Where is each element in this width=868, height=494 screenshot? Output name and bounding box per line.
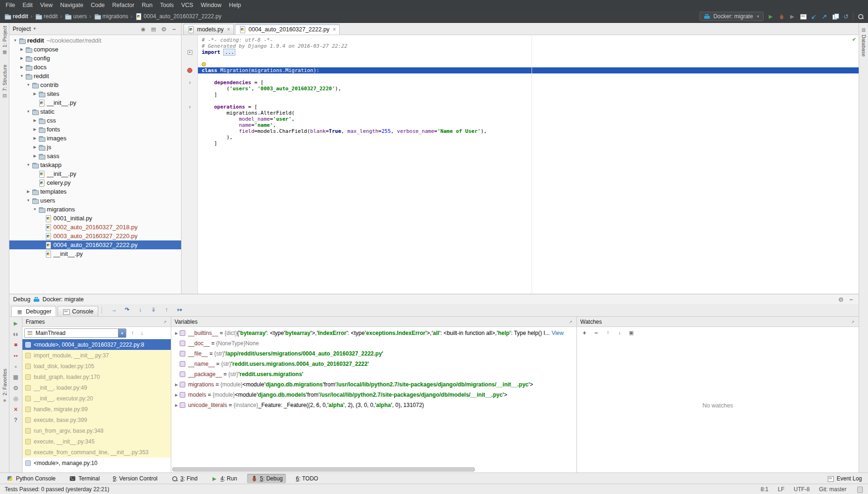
tree-item-init-py[interactable]: __init__.py [9, 98, 181, 107]
editor-gutter[interactable] [182, 122, 198, 128]
move-down-icon[interactable] [616, 329, 623, 336]
settings-icon[interactable] [160, 25, 168, 33]
vcs-commit-icon[interactable] [821, 13, 828, 20]
variable-row[interactable]: ▶migrations = {module}<module 'django.db… [171, 379, 576, 390]
chevron-expanded-icon[interactable]: ▼ [25, 163, 31, 167]
editor-gutter[interactable] [182, 98, 198, 104]
tree-item-0002-auto-20160327-2018-py[interactable]: 0002_auto_20160327_2018.py [9, 223, 181, 232]
chevron-collapsed-icon[interactable]: ▶ [173, 393, 180, 397]
gutter-arrow-icon[interactable]: ↑ [188, 80, 191, 86]
step-into-icon[interactable] [137, 306, 144, 313]
chevron-expanded-icon[interactable]: ▼ [25, 109, 31, 114]
hide-icon[interactable] [170, 25, 178, 33]
editor-gutter[interactable] [182, 128, 198, 134]
float-panel-icon[interactable] [162, 319, 168, 324]
stack-frame[interactable]: load_disk, loader.py:105 [22, 361, 171, 371]
chevron-expanded-icon[interactable]: ▼ [25, 198, 31, 203]
tree-item-templates[interactable]: ▶templates [9, 187, 181, 196]
code-editor[interactable]: # -*- coding: utf-8 -*-# Generated by Dj… [182, 35, 859, 294]
restore-layout-icon[interactable] [12, 373, 20, 381]
stack-frame[interactable]: execute_from_command_line, __init__.py:3… [22, 447, 171, 458]
toolwindow-4-run[interactable]: 4: Run [207, 474, 240, 483]
tree-item-init-py[interactable]: __init__.py [9, 249, 181, 258]
editor-gutter[interactable] [182, 67, 198, 73]
menu-view[interactable]: View [36, 1, 57, 9]
status-lf[interactable]: LF [778, 486, 784, 493]
tree-item-docs[interactable]: ▶docs [9, 63, 181, 72]
editor-gutter[interactable] [182, 134, 198, 140]
breadcrumb-reddit[interactable]: reddit [35, 13, 58, 20]
editor-gutter[interactable] [182, 73, 198, 80]
status-utf-8[interactable]: UTF-8 [794, 486, 810, 493]
history-icon[interactable] [842, 13, 850, 20]
stack-frame[interactable]: <module>, manage.py:10 [22, 458, 171, 468]
locate-icon[interactable] [139, 25, 147, 33]
menu-run[interactable]: Run [138, 1, 156, 9]
breadcrumb-reddit[interactable]: reddit [4, 13, 28, 20]
variable-row[interactable]: __name__ = {str}'reddit.users.migrations… [171, 359, 576, 369]
editor-tab-models-py[interactable]: models.py× [183, 24, 234, 35]
remove-icon[interactable] [592, 329, 600, 336]
chevron-collapsed-icon[interactable]: ▶ [25, 189, 31, 194]
view-link[interactable]: View [552, 330, 564, 336]
breadcrumb-users[interactable]: users [64, 13, 87, 20]
chevron-expanded-icon[interactable]: ▼ [25, 83, 31, 87]
variable-row[interactable]: __doc__ = {NoneType}None [171, 338, 576, 349]
variable-row[interactable]: ▶__builtins__ = {dict}{'bytearray': <typ… [171, 328, 576, 338]
add-icon[interactable] [581, 329, 588, 336]
stack-frame[interactable]: execute, __init__.py:345 [22, 436, 171, 447]
settings-icon[interactable] [12, 384, 20, 392]
tree-item-images[interactable]: ▶images [9, 134, 181, 143]
chevron-collapsed-icon[interactable]: ▶ [32, 145, 38, 149]
editor-gutter[interactable] [182, 92, 198, 98]
editor-gutter[interactable] [182, 37, 198, 43]
chevron-collapsed-icon[interactable]: ▶ [32, 127, 38, 131]
tree-item-init-py[interactable]: __init__.py [9, 169, 181, 178]
chevron-collapsed-icon[interactable]: ▶ [32, 92, 38, 96]
run-to-cursor-icon[interactable] [176, 306, 183, 313]
stack-frame[interactable]: __init__, loader.py:49 [22, 382, 171, 393]
tree-item-contrib[interactable]: ▼contrib [9, 80, 181, 89]
tree-item-0004-auto-20160327-2222-py[interactable]: 0004_auto_20160327_2222.py [9, 240, 181, 249]
variable-row[interactable]: ▶unicode_literals = {instance} _Feature:… [171, 400, 576, 410]
debug-tab-debugger[interactable]: Debugger [11, 306, 56, 316]
menu-vcs[interactable]: VCS [177, 1, 197, 9]
horizontal-scrollbar[interactable] [172, 467, 576, 472]
stack-frame[interactable]: __init__, executor.py:20 [22, 393, 171, 404]
toolwindow-terminal[interactable]: Terminal [66, 474, 103, 483]
chevron-expanded-icon[interactable]: ▼ [32, 207, 38, 211]
variable-row[interactable]: __file__ = {str}'/app/reddit/users/migra… [171, 349, 576, 359]
chevron-collapsed-icon[interactable]: ▶ [173, 403, 180, 407]
menu-window[interactable]: Window [197, 1, 225, 9]
tree-item-static[interactable]: ▼static [9, 107, 181, 116]
coverage-icon[interactable] [788, 13, 796, 20]
menu-navigate[interactable]: Navigate [57, 1, 87, 9]
tree-item-css[interactable]: ▶css [9, 116, 181, 125]
tool-button-database[interactable]: Database [860, 26, 868, 57]
editor-gutter[interactable]: + [182, 49, 198, 55]
stop-icon[interactable] [12, 341, 20, 349]
debug-icon[interactable] [778, 13, 785, 20]
editor-tab-0004-auto-20160327-2222-py[interactable]: 0004_auto_20160327_2222.py× [235, 24, 340, 35]
force-step-into-icon[interactable] [150, 306, 157, 313]
variable-row[interactable]: __package__ = {str}'reddit.users.migrati… [171, 369, 576, 379]
menu-file[interactable]: File [2, 1, 19, 9]
chevron-expanded-icon[interactable]: ▼ [12, 38, 18, 43]
float-panel-icon[interactable] [568, 319, 573, 324]
inspection-ok-icon[interactable]: ✔ [852, 36, 856, 43]
stack-frame[interactable]: handle, migrate.py:89 [22, 404, 171, 414]
pause-icon[interactable] [12, 330, 20, 338]
stack-frame[interactable]: execute, base.py:399 [22, 414, 171, 425]
run-icon[interactable] [767, 13, 774, 20]
tree-item-js[interactable]: ▶js [9, 143, 181, 152]
tree-item-users[interactable]: ▼users [9, 196, 181, 205]
editor-gutter[interactable]: ↑ [182, 80, 198, 86]
editor-gutter[interactable] [182, 116, 198, 122]
scrollbar-thumb[interactable] [172, 467, 475, 472]
toolwindow-9-version-control[interactable]: 9: Version Control [109, 474, 160, 483]
tree-item-fonts[interactable]: ▶fonts [9, 125, 181, 134]
tree-item-reddit[interactable]: ▼reddit~/cookiecutter/reddit [9, 36, 181, 45]
chevron-collapsed-icon[interactable]: ▶ [173, 383, 180, 387]
chevron-collapsed-icon[interactable]: ▶ [32, 118, 38, 123]
vcs-update-icon[interactable] [810, 13, 817, 20]
